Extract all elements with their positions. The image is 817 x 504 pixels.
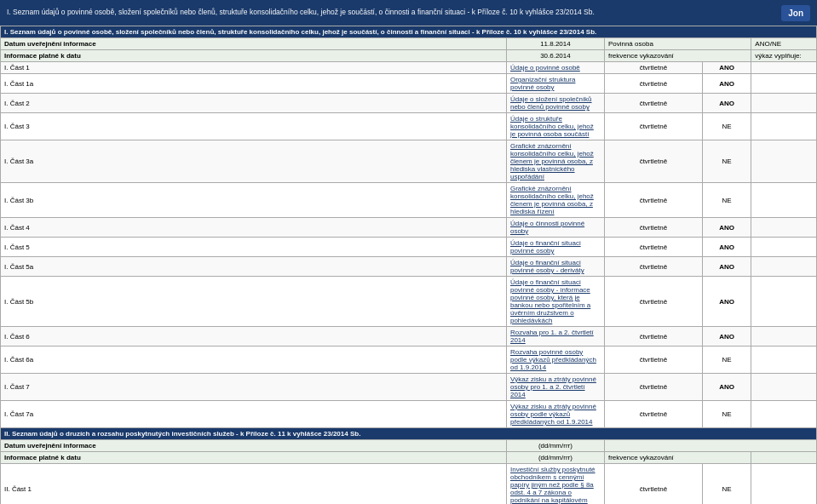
- table-row: I. Část 5 Údaje o finanční situaci povin…: [1, 238, 817, 257]
- row-val: NE: [702, 464, 751, 505]
- row-label[interactable]: Údaje o složení společníků nebo členů po…: [506, 94, 604, 113]
- row-id: I. Část 6: [1, 327, 507, 346]
- row-label[interactable]: Grafické znázornění konsolidačního celku…: [506, 183, 604, 218]
- row-id: I. Část 3: [1, 113, 507, 140]
- row-freq: čtvrtletně: [604, 113, 702, 140]
- top-bar: I. Seznam údajů o povinné osobě, složení…: [0, 0, 817, 26]
- row-label[interactable]: Údaje o finanční situaci povinné osoby -…: [506, 277, 604, 327]
- row-id: I. Část 4: [1, 218, 507, 238]
- row-id: I. Část 3b: [1, 183, 507, 218]
- s2-info-label: Informace platné k datu: [1, 452, 507, 464]
- table-row: I. Část 3 Údaje o struktuře konsolidační…: [1, 113, 817, 140]
- table-row: I. Část 3b Grafické znázornění konsolida…: [1, 183, 817, 218]
- section1-ano-ne: ANO/NE: [751, 38, 817, 50]
- table-row: I. Část 1a Organizační struktura povinné…: [1, 74, 817, 94]
- freq-header: frekvence vykazování: [604, 50, 751, 62]
- row-val: NE: [702, 140, 751, 183]
- row-label[interactable]: Údaje o finanční situaci povinné osoby -…: [506, 257, 604, 277]
- section2-info-row: Informace platné k datu (dd/mm/rrr) frek…: [1, 452, 817, 464]
- row-id: I. Část 1: [1, 62, 507, 74]
- table-row: I. Část 1 Údaje o povinné osobě čtvrtlet…: [1, 62, 817, 74]
- row-val: NE: [702, 113, 751, 140]
- row-id: I. Část 5b: [1, 277, 507, 327]
- table-row: I. Část 6a Rozvaha povinné osoby podle v…: [1, 346, 817, 374]
- row-freq: čtvrtletně: [604, 94, 702, 113]
- row-label[interactable]: Grafické znázornění konsolidačního celku…: [506, 140, 604, 183]
- section1-info-row: Informace platné k datu 30.6.2014 frekve…: [1, 50, 817, 62]
- row-val: ANO: [702, 74, 751, 94]
- row-freq: čtvrtletně: [604, 74, 702, 94]
- row-freq: čtvrtletně: [604, 277, 702, 327]
- row-label[interactable]: Výkaz zisku a ztráty povinné osoby pro 1…: [506, 374, 604, 401]
- row-id: I. Část 7a: [1, 401, 507, 428]
- row-val: ANO: [702, 94, 751, 113]
- main-table: I. Seznam údajů o povinné osobě, složení…: [0, 26, 817, 504]
- row-id: I. Část 5: [1, 238, 507, 257]
- s2-datum-value: (dd/mm/rrr): [506, 440, 604, 452]
- row-label[interactable]: Rozvaha povinné osoby podle výkazů předk…: [506, 346, 604, 374]
- s2-freq-label: frekvence vykazování: [604, 452, 751, 464]
- row-id: I. Část 5a: [1, 257, 507, 277]
- row-label[interactable]: Údaje o struktuře konsolidačního celku, …: [506, 113, 604, 140]
- row-id: II. Část 1: [1, 464, 507, 505]
- row-id: I. Část 3a: [1, 140, 507, 183]
- table-row: I. Část 5a Údaje o finanční situaci povi…: [1, 257, 817, 277]
- row-label[interactable]: Údaje o povinné osobě: [506, 62, 604, 74]
- row-label[interactable]: Údaje o finanční situaci povinné osoby: [506, 238, 604, 257]
- row-freq: čtvrtletně: [604, 238, 702, 257]
- table-row: I. Část 7 Výkaz zisku a ztráty povinné o…: [1, 374, 817, 401]
- s2-datum-label: Datum uveřejnění informace: [1, 440, 507, 452]
- section1-title: I. Seznam údajů o povinné osobě, složení…: [1, 26, 817, 38]
- row-val: ANO: [702, 62, 751, 74]
- row-val: ANO: [702, 277, 751, 327]
- row-val: ANO: [702, 218, 751, 238]
- row-freq: čtvrtletně: [604, 464, 702, 505]
- table-row: I. Část 3a Grafické znázornění konsolida…: [1, 140, 817, 183]
- row-label[interactable]: Výkaz zisku a ztráty povinné osoby podle…: [506, 401, 604, 428]
- s2-info-value: (dd/mm/rrr): [506, 452, 604, 464]
- row-freq: čtvrtletně: [604, 401, 702, 428]
- section2-header: II. Seznam údajů o druzích a rozsahu pos…: [1, 428, 817, 440]
- row-freq: čtvrtletně: [604, 183, 702, 218]
- table-row: II. Část 1 Investiční služby poskytnuté …: [1, 464, 817, 505]
- row-val: ANO: [702, 257, 751, 277]
- row-val: NE: [702, 183, 751, 218]
- row-freq: čtvrtletně: [604, 327, 702, 346]
- section2-datum-row: Datum uveřejnění informace (dd/mm/rrr): [1, 440, 817, 452]
- row-id: I. Část 6a: [1, 346, 507, 374]
- row-freq: čtvrtletně: [604, 374, 702, 401]
- row-val: ANO: [702, 374, 751, 401]
- row-val: NE: [702, 346, 751, 374]
- row-freq: čtvrtletně: [604, 62, 702, 74]
- row-label[interactable]: Investiční služby poskytnuté obchodníkem…: [506, 464, 604, 505]
- user-badge: Jon: [781, 5, 810, 21]
- row-val: ANO: [702, 238, 751, 257]
- row-label[interactable]: Rozvaha pro 1. a 2. čtvrtletí 2014: [506, 327, 604, 346]
- table-row: I. Část 7a Výkaz zisku a ztráty povinné …: [1, 401, 817, 428]
- row-val: ANO: [702, 327, 751, 346]
- info-label: Informace platné k datu: [1, 50, 507, 62]
- row-freq: čtvrtletně: [604, 140, 702, 183]
- section1-header: I. Seznam údajů o povinné osobě, složení…: [1, 26, 817, 38]
- table-row: I. Část 5b Údaje o finanční situaci povi…: [1, 277, 817, 327]
- row-id: I. Část 2: [1, 94, 507, 113]
- row-label[interactable]: Údaje o činnosti povinné osoby: [506, 218, 604, 238]
- row-freq: čtvrtletně: [604, 257, 702, 277]
- povinnaosoba-label: Povinná osoba: [604, 38, 751, 50]
- datum-label: Datum uveřejnění informace: [1, 38, 507, 50]
- section1-datum-row: Datum uveřejnění informace 11.8.2014 Pov…: [1, 38, 817, 50]
- row-id: I. Část 7: [1, 374, 507, 401]
- section2-title: II. Seznam údajů o druzích a rozsahu pos…: [1, 428, 817, 440]
- vykazlabel: výkaz vyplňuje:: [751, 50, 817, 62]
- row-label[interactable]: Organizační struktura povinné osoby: [506, 74, 604, 94]
- table-row: I. Část 2 Údaje o složení společníků neb…: [1, 94, 817, 113]
- row-freq: čtvrtletně: [604, 346, 702, 374]
- table-row: I. Část 6 Rozvaha pro 1. a 2. čtvrtletí …: [1, 327, 817, 346]
- page-title: I. Seznam údajů o povinné osobě, složení…: [7, 8, 781, 17]
- row-val: NE: [702, 401, 751, 428]
- row-id: I. Část 1a: [1, 74, 507, 94]
- info-value: 30.6.2014: [506, 50, 604, 62]
- datum-value: 11.8.2014: [506, 38, 604, 50]
- row-freq: čtvrtletně: [604, 218, 702, 238]
- table-row: I. Část 4 Údaje o činnosti povinné osoby…: [1, 218, 817, 238]
